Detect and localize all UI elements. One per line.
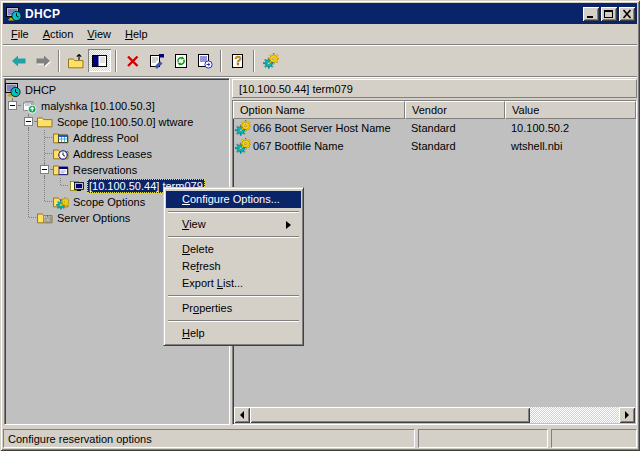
refresh-icon <box>173 53 189 69</box>
menu-item-help[interactable]: Help <box>166 325 301 342</box>
window-controls <box>583 7 635 21</box>
status-message: Configure reservation options <box>3 429 415 448</box>
menu-item-properties[interactable]: Properties <box>166 300 301 317</box>
dhcp-window: DHCP File Action View Help <box>0 0 640 451</box>
tree-line <box>21 194 37 210</box>
back-icon <box>11 53 27 69</box>
menu-item-delete[interactable]: Delete <box>166 241 301 258</box>
menu-action[interactable]: Action <box>36 25 81 43</box>
tree-line <box>37 146 53 162</box>
reservations-icon <box>53 162 69 178</box>
close-icon <box>621 9 633 19</box>
tree-indent <box>5 130 21 146</box>
option-name: 067 Bootfile Name <box>253 140 344 152</box>
column-header-vendor[interactable]: Vendor <box>405 101 505 119</box>
toolbar-separator <box>115 50 117 72</box>
column-header-option-name[interactable]: Option Name <box>233 101 405 119</box>
tree-item-server[interactable]: malyshka [10.100.50.3] <box>5 98 229 114</box>
menu-item-export-list[interactable]: Export List... <box>166 275 301 292</box>
back-button[interactable] <box>7 49 30 72</box>
up-one-level-button[interactable] <box>64 49 87 72</box>
expand-box[interactable] <box>21 114 37 130</box>
menu-item-view[interactable]: View <box>166 216 301 233</box>
toolbar: ? <box>3 44 637 77</box>
tree-item-scope[interactable]: Scope [10.100.50.0] wtware <box>5 114 229 130</box>
option-value: wtshell.nbi <box>505 140 636 152</box>
scope-options-icon <box>53 194 69 210</box>
tree-item-label: Reservations <box>71 163 139 177</box>
scrollbar-track[interactable] <box>530 407 619 423</box>
menu-bar: File Action View Help <box>3 24 637 44</box>
tree-line <box>21 146 37 162</box>
properties-icon <box>149 53 165 69</box>
result-description-bar: [10.100.50.44] term079 <box>232 79 637 98</box>
tree-line <box>21 162 37 178</box>
tree-item-label: Address Leases <box>71 147 154 161</box>
title-bar[interactable]: DHCP <box>3 3 637 24</box>
forward-icon <box>35 53 51 69</box>
expand-box[interactable] <box>5 98 21 114</box>
menu-item-refresh[interactable]: Refresh <box>166 258 301 275</box>
dhcp-root-icon <box>5 82 21 98</box>
menu-item-configure-options[interactable]: Configure Options... <box>166 191 301 208</box>
scroll-left-icon <box>236 411 244 419</box>
option-gears-icon <box>235 120 251 136</box>
help-button[interactable]: ? <box>226 49 249 72</box>
column-header-value[interactable]: Value <box>505 101 636 119</box>
option-vendor: Standard <box>405 122 505 134</box>
close-button[interactable] <box>619 7 635 21</box>
list-header: Option Name Vendor Value <box>233 101 636 119</box>
horizontal-scrollbar[interactable] <box>234 407 635 423</box>
delete-icon <box>125 53 141 69</box>
tree-indent <box>5 114 21 130</box>
scroll-right-button[interactable] <box>619 407 635 423</box>
server-options-icon <box>37 210 53 226</box>
scrollbar-thumb[interactable] <box>250 407 530 423</box>
address-leases-icon <box>53 146 69 162</box>
expand-box[interactable] <box>37 162 53 178</box>
console-content: DHCP malyshka [10.100.50.3] Scope [10.10… <box>3 77 637 426</box>
status-bar: Configure reservation options <box>3 427 637 448</box>
forward-button[interactable] <box>31 49 54 72</box>
tree-item-label: DHCP <box>23 83 58 97</box>
reservation-item-icon <box>69 178 85 194</box>
scroll-left-button[interactable] <box>234 407 250 423</box>
export-list-button[interactable] <box>193 49 216 72</box>
status-panel <box>418 429 548 448</box>
tree-item-label: Server Options <box>55 211 132 225</box>
tree-item-label: Scope [10.100.50.0] wtware <box>55 115 195 129</box>
minimize-button[interactable] <box>583 7 599 21</box>
show-hide-console-tree-button[interactable] <box>88 49 111 72</box>
menu-view[interactable]: View <box>80 25 118 43</box>
tree-item-dhcp-root[interactable]: DHCP <box>5 82 229 98</box>
refresh-button[interactable] <box>169 49 192 72</box>
tree-item-address-leases[interactable]: Address Leases <box>5 146 229 162</box>
window-title: DHCP <box>25 7 60 21</box>
list-row-067[interactable]: 067 Bootfile Name Standard wtshell.nbi <box>233 137 636 155</box>
context-menu: Configure Options... View Delete Refresh… <box>163 187 304 346</box>
scroll-right-icon <box>625 411 633 419</box>
menu-help[interactable]: Help <box>118 25 155 43</box>
option-gears-icon <box>235 138 251 154</box>
status-panel <box>551 429 637 448</box>
option-vendor: Standard <box>405 140 505 152</box>
delete-button[interactable] <box>121 49 144 72</box>
tree-indent <box>5 162 21 178</box>
list-row-066[interactable]: 066 Boot Server Host Name Standard 10.10… <box>233 119 636 137</box>
export-list-icon <box>197 53 213 69</box>
help-icon: ? <box>230 53 246 69</box>
options-button[interactable] <box>259 49 282 72</box>
properties-button[interactable] <box>145 49 168 72</box>
tree-indent <box>5 146 21 162</box>
tree-line <box>37 194 53 210</box>
tree-line <box>37 130 53 146</box>
tree-item-reservations[interactable]: Reservations <box>5 162 229 178</box>
menu-file[interactable]: File <box>4 25 36 43</box>
up-one-level-icon <box>68 53 84 69</box>
maximize-button[interactable] <box>601 7 617 21</box>
toolbar-separator <box>253 50 255 72</box>
console-tree-icon <box>92 53 108 69</box>
tree-item-address-pool[interactable]: Address Pool <box>5 130 229 146</box>
tree-line <box>53 178 69 194</box>
dhcp-app-icon[interactable] <box>6 6 22 22</box>
